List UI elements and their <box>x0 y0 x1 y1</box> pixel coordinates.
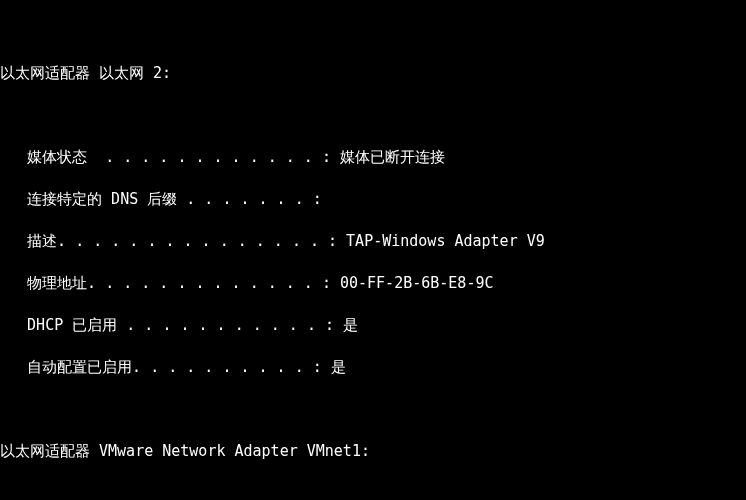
row-label: DHCP 已启用 . . . . . . . . . . . : <box>0 316 334 334</box>
row-label: 物理地址. . . . . . . . . . . . . : <box>0 274 331 292</box>
output-row: 自动配置已启用. . . . . . . . . . : 是 <box>0 357 746 378</box>
row-label: 自动配置已启用. . . . . . . . . . : <box>0 358 322 376</box>
adapter-header: 以太网适配器 以太网 2: <box>0 63 746 84</box>
row-label: 媒体状态 . . . . . . . . . . . . : <box>0 148 331 166</box>
row-label: 连接特定的 DNS 后缀 . . . . . . . : <box>0 190 322 208</box>
output-row: 物理地址. . . . . . . . . . . . . : 00-FF-2B… <box>0 273 746 294</box>
output-row: 描述. . . . . . . . . . . . . . . : TAP-Wi… <box>0 231 746 252</box>
row-value: TAP-Windows Adapter V9 <box>337 232 545 250</box>
blank-line <box>0 399 746 420</box>
row-value: 媒体已断开连接 <box>331 148 445 166</box>
terminal-output: 以太网适配器 以太网 2: 媒体状态 . . . . . . . . . . .… <box>0 63 746 500</box>
adapter-header: 以太网适配器 VMware Network Adapter VMnet1: <box>0 441 746 462</box>
row-value: 是 <box>322 358 346 376</box>
blank-line <box>0 105 746 126</box>
row-value: 00-FF-2B-6B-E8-9C <box>331 274 494 292</box>
output-row: 媒体状态 . . . . . . . . . . . . : 媒体已断开连接 <box>0 147 746 168</box>
row-value: 是 <box>334 316 358 334</box>
output-row: DHCP 已启用 . . . . . . . . . . . : 是 <box>0 315 746 336</box>
blank-line <box>0 483 746 500</box>
output-row: 连接特定的 DNS 后缀 . . . . . . . : <box>0 189 746 210</box>
row-label: 描述. . . . . . . . . . . . . . . : <box>0 232 337 250</box>
